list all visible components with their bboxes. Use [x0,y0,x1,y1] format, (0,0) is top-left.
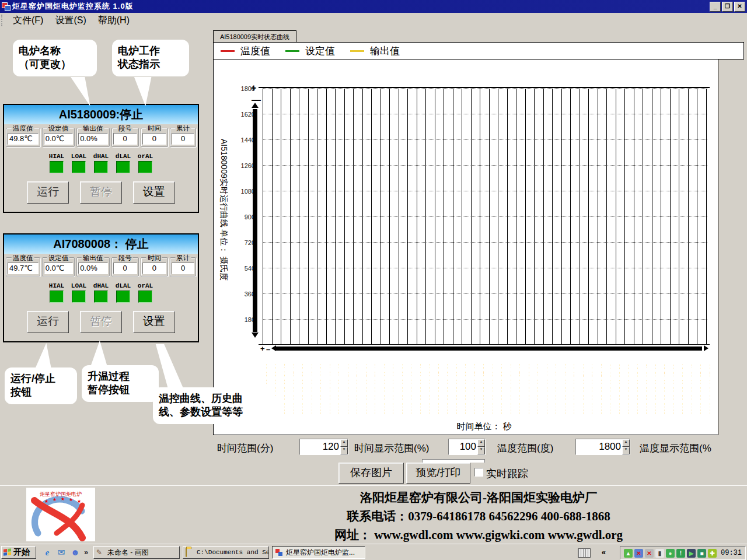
pause-button[interactable]: 暂停 [80,181,122,204]
callout-tail [69,77,91,106]
field-label: 段号 [117,124,133,133]
v-grid-line [561,89,562,344]
menu-help[interactable]: 帮助(H) [93,13,137,28]
save-image-button[interactable]: 保存图片 [338,463,404,484]
start-button[interactable]: 开始 [1,546,36,559]
taskbar-clock: 09:31 [721,549,742,557]
time-display-value[interactable]: 100 [449,439,477,454]
quicklaunch-overflow-chevron[interactable]: » [84,548,88,556]
time-range-value[interactable]: 120 [300,439,340,454]
run-button[interactable]: 运行 [27,311,69,333]
indicator-label: LOAL [71,282,86,289]
temp-range-spinner[interactable]: 1800 ▲▼ [575,439,630,455]
v-grid-line [580,89,580,344]
realtime-track-checkbox[interactable] [474,468,483,477]
time-display-spinner[interactable]: 100 ▲▼ [448,439,486,455]
taskbar-item-paint[interactable]: ✎ 未命名 - 画图 [93,546,180,559]
preview-print-button[interactable]: 预览/打印 [406,463,470,484]
x-tick-label: 2012-02-03 11:06:00 [620,346,629,416]
signal-bars-icon[interactable]: ▮ [655,549,664,558]
pause-button[interactable]: 暂停 [80,311,122,333]
volume-muted-icon[interactable]: ✕ [645,549,654,558]
server-run-icon[interactable]: ▶ [687,549,696,558]
globe-icon[interactable]: ● [666,549,675,558]
settings-button[interactable]: 设置 [133,181,175,204]
callout-run-stop: 运行/停止按钮 [5,368,77,404]
x-tick-label: 2012-02-03 09:56:24 [358,346,366,416]
indicator-light-hial [50,161,64,173]
v-grid-line [670,89,671,344]
tab-realtime-curve[interactable]: AI5180009实时状态曲线 [213,30,296,43]
temp-range-value[interactable]: 1800 [576,439,622,454]
spin-up-icon[interactable]: ▲ [477,439,485,447]
h-grid-line [263,139,707,140]
messenger-icon[interactable]: ☻ [70,547,81,558]
shield-icon[interactable]: ! [676,549,685,558]
spin-up-icon[interactable]: ▲ [622,439,630,447]
chart-legend: 温度值 设定值 输出值 [213,42,744,60]
x-tick-label: 2012-02-03 10:18:00 [439,346,448,416]
tray-chevron[interactable]: « [602,548,606,556]
x-tick-label: 2012-02-03 11:25:12 [693,346,701,416]
ie-icon[interactable]: e [42,547,53,558]
task-label: 炬星窑炉国炬电炉监... [286,548,355,558]
v-grid-line [588,89,589,344]
update-icon[interactable]: ▲ [624,549,633,558]
field-label: 段号 [117,254,133,262]
time-range-spinner[interactable]: 120 ▲▼ [299,439,348,455]
run-button[interactable]: 运行 [27,181,69,204]
y-axis-title: AI5180009实时运行曲线 单位： 摄氏度 [218,139,229,281]
legend-dash-temperature [221,50,235,52]
restore-button[interactable]: ❐ [722,2,733,12]
minimize-button[interactable]: _ [710,2,721,12]
indicator-light-dlal [116,290,130,303]
spin-down-icon[interactable]: ▼ [477,447,485,454]
legend-label: 设定值 [305,44,335,58]
v-grid-line [453,89,453,344]
v-grid-line [381,89,381,344]
zoom-in-x-button[interactable]: + [260,346,265,352]
v-grid-line [281,89,281,344]
scroll-down-arrow[interactable] [252,332,259,338]
zoom-out-y-button[interactable]: — [252,98,261,103]
network-disconnected-icon[interactable]: ✕ [634,549,643,558]
output-value: 0.0% [78,262,107,274]
plot-area [259,86,710,345]
x-tick-label: 2012-02-03 10:10:48 [413,346,421,416]
app-icon [275,548,284,556]
x-tick-label: 2012-02-03 10:46:48 [548,346,556,416]
zoom-in-y-button[interactable]: + [251,85,256,91]
close-button[interactable]: ✕ [734,2,745,12]
settings-button[interactable]: 设置 [133,311,175,333]
v-grid-line [335,89,336,344]
v-grid-line [697,89,697,344]
scroll-right-arrow[interactable] [704,345,708,351]
plus-icon[interactable]: ✚ [708,549,717,558]
mail-icon[interactable]: ✉ [56,547,67,558]
spin-down-icon[interactable]: ▼ [340,447,348,454]
realtime-track-label: 实时跟踪 [486,467,528,481]
callout-tail [130,77,155,106]
taskbar-item-monitor-app[interactable]: 炬星窑炉国炬电炉监... [272,546,365,559]
x-tick-label: 2012-02-03 09:51:36 [340,346,348,416]
x-axis-ticks: 2012-02-03 09:30:002012-02-03 09:32:2420… [259,346,720,417]
h-grid-line [263,88,707,89]
furnace-panel-ai5180009: AI5180009:停止 温度值 49.8℃ 设定值 0.0℃ 输出值 0.0%… [3,104,199,213]
zoom-out-x-button[interactable]: – [266,347,270,352]
spin-up-icon[interactable]: ▲ [340,439,348,447]
taskbar-item-explorer[interactable]: C:\Documents and Se... [183,546,269,559]
scroll-up-arrow[interactable] [252,103,259,108]
setpoint-value: 0.0℃ [44,262,73,274]
x-tick-label: 2012-02-03 09:44:24 [313,346,321,416]
x-tick-label: 2012-02-03 11:22:48 [684,346,692,416]
toolbox-icon[interactable]: ■ [697,549,706,558]
vertical-scrollbar[interactable] [253,109,257,332]
scroll-left-arrow[interactable] [271,345,276,351]
spin-down-icon[interactable]: ▼ [622,447,630,454]
horizontal-scrollbar[interactable] [276,346,702,351]
menu-file[interactable]: 文件(F) [8,13,50,28]
keyboard-layout-icon[interactable] [578,548,591,558]
indicator-label: dLAL [116,153,131,160]
menu-settings[interactable]: 设置(S) [50,13,93,28]
v-grid-line [507,89,508,344]
